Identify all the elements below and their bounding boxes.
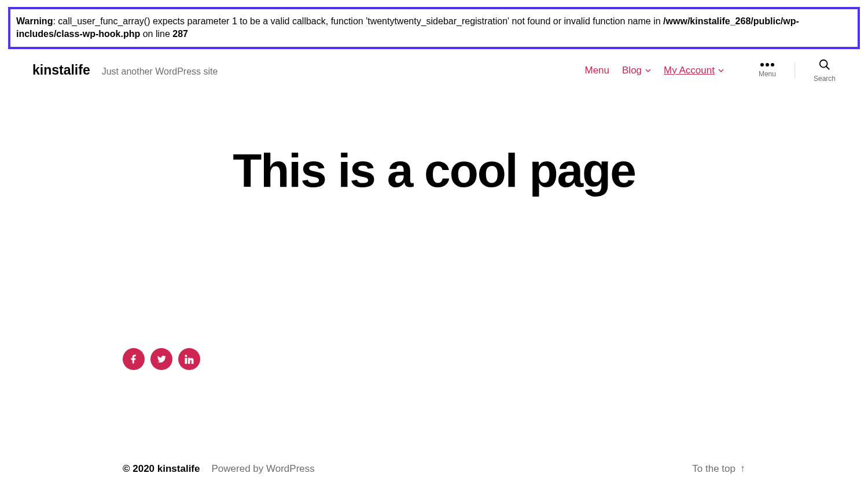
nav-blog-label: Blog [622,65,642,76]
nav-menu-label: Menu [585,65,610,76]
header-left: kinstalife Just another WordPress site [32,62,218,78]
ellipsis-icon [760,63,774,66]
site-title[interactable]: kinstalife [32,62,90,78]
page-title: This is a cool page [0,143,868,198]
warning-message: : call_user_func_array() expects paramet… [53,16,663,26]
warning-on-line: on line [140,29,172,39]
primary-nav: Menu Blog My Account [585,65,724,76]
nav-menu[interactable]: Menu [585,65,610,76]
linkedin-icon [184,354,194,364]
arrow-up-icon: ↑ [740,463,745,475]
facebook-icon [128,354,139,364]
search-toggle-label: Search [814,75,836,83]
svg-point-0 [820,60,827,68]
search-toggle-button[interactable]: Search [814,58,836,83]
menu-toggle-button[interactable]: Menu [759,63,776,78]
powered-by-text[interactable]: Powered by WordPress [212,463,315,475]
twitter-icon [156,354,167,364]
search-icon [818,58,831,71]
twitter-button[interactable] [150,348,172,370]
to-top-label: To the top [692,463,735,475]
site-tagline: Just another WordPress site [102,66,218,77]
svg-line-1 [826,66,830,70]
warning-label: Warning [16,16,53,26]
site-footer: © 2020 kinstalife Powered by WordPress T… [0,463,868,475]
to-top-button[interactable]: To the top ↑ [692,463,745,475]
chevron-down-icon [645,68,651,73]
header-divider [795,62,795,79]
nav-my-account-label: My Account [664,65,715,76]
social-links [123,348,868,370]
site-header: kinstalife Just another WordPress site M… [0,53,868,88]
warning-line-number: 287 [172,29,188,39]
menu-toggle-label: Menu [759,70,776,78]
chevron-down-icon [718,68,724,73]
copyright-text: © 2020 kinstalife [123,463,200,475]
nav-my-account[interactable]: My Account [664,65,724,76]
facebook-button[interactable] [123,348,145,370]
linkedin-button[interactable] [178,348,200,370]
header-right: Menu Blog My Account Menu Search [585,58,836,83]
footer-left: © 2020 kinstalife Powered by WordPress [123,463,315,475]
nav-blog[interactable]: Blog [622,65,651,76]
php-warning-banner: Warning: call_user_func_array() expects … [8,7,860,49]
